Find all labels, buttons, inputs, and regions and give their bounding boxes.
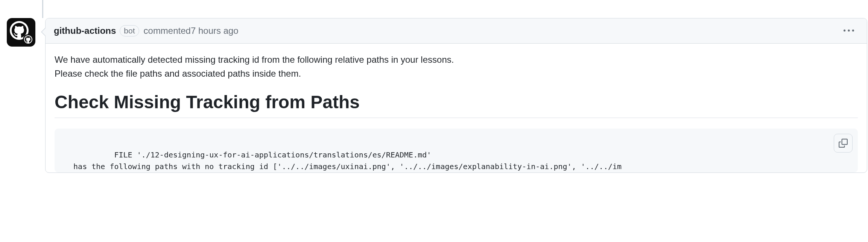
comment-header: github-actions bot commented 7 hours ago: [46, 18, 867, 44]
comment-intro-text: We have automatically detected missing t…: [55, 53, 858, 80]
copy-icon: [839, 139, 848, 148]
comment-author-link[interactable]: github-actions: [54, 26, 116, 36]
kebab-horizontal-icon: [844, 26, 854, 36]
comment-caret: [41, 27, 46, 36]
intro-line-1: We have automatically detected missing t…: [55, 54, 454, 65]
timeline-bar: [42, 0, 43, 18]
comment-heading: Check Missing Tracking from Paths: [55, 92, 858, 118]
comment-timestamp[interactable]: 7 hours ago: [191, 26, 239, 36]
code-line-2: has the following paths with no tracking…: [64, 162, 622, 171]
copy-button[interactable]: [834, 134, 853, 153]
comment-body: We have automatically detected missing t…: [46, 44, 867, 172]
github-actions-avatar-icon: [9, 20, 33, 45]
code-line-1: FILE './12-designing-ux-for-ai-applicati…: [100, 150, 431, 159]
comment-actions-menu[interactable]: [839, 23, 859, 39]
github-comment-container: github-actions bot commented 7 hours ago…: [0, 0, 868, 242]
code-block: FILE './12-designing-ux-for-ai-applicati…: [55, 129, 858, 172]
bot-badge: bot: [120, 25, 139, 36]
comment-action-text: commented: [144, 26, 191, 36]
intro-line-2: Please check the file paths and associat…: [55, 68, 301, 79]
author-avatar[interactable]: [7, 18, 35, 47]
comment-box: github-actions bot commented 7 hours ago…: [45, 18, 867, 173]
